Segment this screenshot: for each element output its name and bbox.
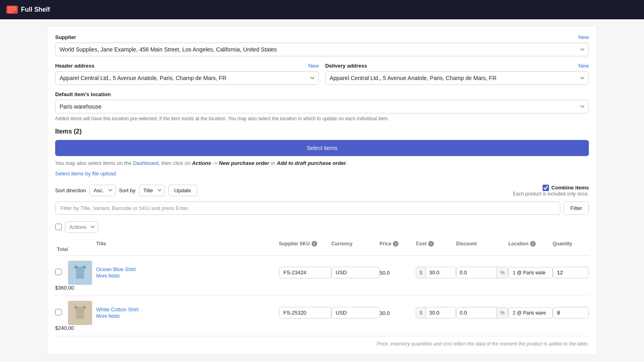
default-location-group: Default item's location Paris warehouse … [55, 91, 589, 121]
row1-total: $360.00 [55, 285, 68, 291]
header-address-select[interactable]: Apparel Central Ltd., 5 Avenue Anatole, … [55, 71, 319, 85]
actions-bold: Actions [192, 160, 211, 166]
row1-more-fields[interactable]: More fields [96, 273, 279, 279]
row1-product-info: Ocean Blue Shirt More fields [96, 266, 279, 279]
supplier-sku-info-icon[interactable]: i [312, 241, 317, 247]
actions-select[interactable]: Actions [65, 221, 98, 233]
top-bar: Full Shelf [0, 0, 644, 19]
row2-product-info: White Cotton Shirt More fields [96, 306, 279, 319]
row2-supplier-sku[interactable] [279, 307, 331, 319]
table-header: Title Supplier SKU i Currency Price i Co… [55, 238, 589, 256]
new-po-bold: New purchase order [219, 160, 269, 166]
row1-product-title[interactable]: Ocean Blue Shirt [96, 266, 279, 272]
supplier-label: Supplier [55, 34, 76, 40]
select-items-button[interactable]: Select items [55, 140, 589, 156]
logo-icon [6, 6, 18, 14]
footer-note: Price, inventory quantities and cost ref… [55, 341, 589, 347]
sort-by-label: Sort by [119, 187, 136, 193]
svg-rect-0 [8, 7, 16, 8]
dashboard-link[interactable]: Dashboard [133, 160, 159, 166]
row1-location-input[interactable] [508, 267, 553, 278]
delivery-address-new-link[interactable]: New [578, 63, 589, 69]
supplier-new-link[interactable]: New [578, 34, 589, 40]
sort-right: Combine items Each product is included o… [513, 185, 589, 197]
sort-direction-label: Sort direction [55, 187, 86, 193]
delivery-address-group: Delivery address New Apparel Central Ltd… [325, 63, 589, 85]
row2-quantity-input[interactable] [553, 307, 589, 319]
table-row: White Cotton Shirt More fields 30.0 $ [55, 296, 589, 336]
file-upload-link[interactable]: Select items by file upload [55, 171, 116, 177]
row2-discount-wrap: % [456, 307, 508, 319]
col-total: Total [55, 247, 68, 252]
actions-row: Actions [55, 221, 589, 233]
row1-discount-wrap: % [456, 267, 508, 278]
supplier-label-row: Supplier New [55, 34, 589, 40]
row2-more-fields[interactable]: More fields [96, 313, 279, 319]
row1-discount-input[interactable] [456, 267, 496, 278]
col-quantity: Quantity [553, 241, 589, 247]
location-info-icon[interactable]: i [530, 241, 536, 247]
address-row: Header address New Apparel Central Ltd.,… [55, 63, 589, 91]
default-location-hint: Added items will have this location pre-… [55, 116, 589, 121]
sort-direction-select[interactable]: Asc. [89, 185, 116, 196]
default-location-select[interactable]: Paris warehouse [55, 100, 589, 113]
row2-cost-input[interactable] [426, 307, 456, 318]
col-price: Price i [380, 241, 416, 247]
table-row: Ocean Blue Shirt More fields 50.0 $ [55, 256, 589, 296]
purchase-order-form: Supplier New World Supplies, Jane Exampl… [47, 26, 597, 355]
select-all-checkbox[interactable] [55, 224, 62, 230]
row1-quantity-input[interactable] [553, 267, 589, 278]
combine-row: Combine items [543, 185, 589, 191]
row2-product-title[interactable]: White Cotton Shirt [96, 306, 279, 313]
sort-section: Sort direction Asc. Sort by Title Update… [55, 185, 589, 347]
supplier-field-group: Supplier New World Supplies, Jane Exampl… [55, 34, 589, 56]
row2-pct-suffix: % [496, 307, 508, 318]
delivery-address-label: Delivery address [325, 63, 367, 69]
row1-supplier-sku[interactable] [279, 267, 331, 278]
main-content: Supplier New World Supplies, Jane Exampl… [40, 19, 604, 362]
add-draft-bold: Add to draft purchase order [277, 160, 346, 166]
header-address-new-link[interactable]: New [308, 63, 319, 69]
filter-input[interactable] [55, 202, 560, 215]
cost-info-icon[interactable]: i [428, 241, 434, 247]
row2-location-input[interactable] [508, 307, 553, 319]
sort-left: Sort direction Asc. Sort by Title Update [55, 185, 513, 196]
row1-cost-wrap: $ [416, 267, 456, 278]
combine-label: Combine items [551, 185, 589, 191]
sort-by-select[interactable]: Title [139, 185, 165, 196]
row1-cost-input[interactable] [426, 267, 456, 278]
row1-currency[interactable] [331, 267, 380, 278]
row1-checkbox[interactable] [55, 269, 62, 275]
row1-cost-prefix: $ [416, 267, 426, 278]
row1-pct-suffix: % [496, 267, 508, 278]
price-info-icon[interactable]: i [393, 241, 398, 247]
row2-price: 30.0 [380, 310, 390, 316]
svg-rect-2 [8, 11, 13, 12]
supplier-select[interactable]: World Supplies, Jane Example, 456 Main S… [55, 43, 589, 56]
items-section: Items (2) Select items You may also sele… [55, 128, 589, 177]
sort-container: Sort direction Asc. Sort by Title Update… [55, 185, 589, 197]
delivery-address-select[interactable]: Apparel Central Ltd., 5 Avenue Anatole, … [325, 71, 589, 85]
col-cost: Cost i [416, 241, 456, 247]
default-location-label: Default item's location [55, 91, 589, 97]
combine-checkbox[interactable] [543, 185, 549, 191]
col-location: Location i [508, 241, 553, 247]
filter-button[interactable]: Filter [564, 202, 589, 215]
filter-row: Filter [55, 202, 589, 215]
header-address-label: Header address [55, 63, 95, 69]
svg-rect-1 [8, 9, 16, 10]
items-title: Items (2) [55, 128, 589, 135]
row2-currency[interactable] [331, 307, 380, 319]
row2-total: $240.00 [55, 325, 68, 331]
col-currency: Currency [331, 241, 380, 247]
combine-desc: Each product is included only once. [513, 191, 589, 197]
row2-checkbox[interactable] [55, 309, 62, 315]
row2-product-img [68, 301, 92, 325]
row2-discount-input[interactable] [456, 307, 496, 318]
col-supplier-sku: Supplier SKU i [279, 241, 331, 247]
delivery-address-label-row: Delivery address New [325, 63, 589, 69]
header-address-group: Header address New Apparel Central Ltd.,… [55, 63, 319, 85]
update-button[interactable]: Update [168, 185, 197, 196]
row1-price: 50.0 [380, 270, 390, 276]
header-address-label-row: Header address New [55, 63, 319, 69]
